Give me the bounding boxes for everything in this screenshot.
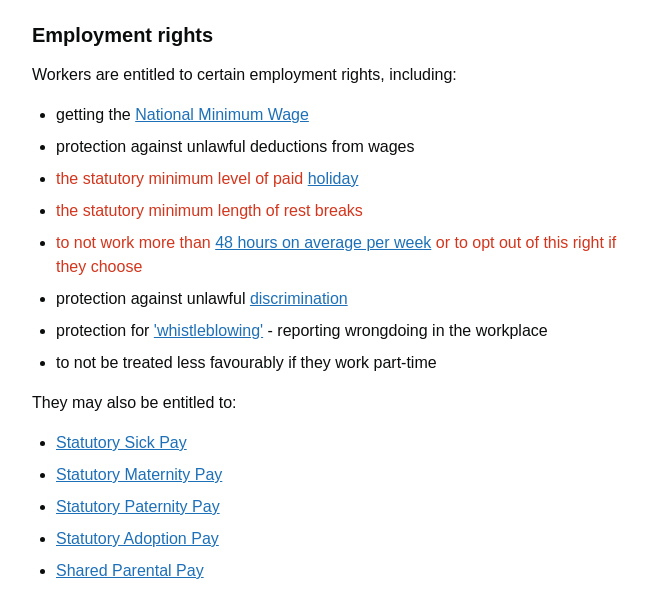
link-sick-pay[interactable]: Statutory Sick Pay [56,434,187,451]
rights-list: getting the National Minimum Wageprotect… [32,103,640,375]
link-discrimination[interactable]: discrimination [250,290,348,307]
list-item-nmw: getting the National Minimum Wage [56,103,640,127]
list-item-48hours: to not work more than 48 hours on averag… [56,231,640,279]
list-item-maternity-pay: Statutory Maternity Pay [56,463,640,487]
list-item-shared-parental-pay: Shared Parental Pay [56,559,640,583]
link-48hours[interactable]: 48 hours on average per week [215,234,431,251]
list-item-holiday: the statutory minimum level of paid holi… [56,167,640,191]
link-maternity-pay[interactable]: Statutory Maternity Pay [56,466,222,483]
link-nmw[interactable]: National Minimum Wage [135,106,309,123]
page-heading: Employment rights [32,24,640,47]
list-item-whistleblowing: protection for 'whistleblowing' - report… [56,319,640,343]
link-shared-parental-pay[interactable]: Shared Parental Pay [56,562,204,579]
list-item-discrimination: protection against unlawful discriminati… [56,287,640,311]
also-entitled-text: They may also be entitled to: [32,391,640,415]
link-adoption-pay[interactable]: Statutory Adoption Pay [56,530,219,547]
intro-text: Workers are entitled to certain employme… [32,63,640,87]
list-item-deductions: protection against unlawful deductions f… [56,135,640,159]
list-item-adoption-pay: Statutory Adoption Pay [56,527,640,551]
entitlements-list: Statutory Sick PayStatutory Maternity Pa… [32,431,640,583]
list-item-sick-pay: Statutory Sick Pay [56,431,640,455]
link-holiday[interactable]: holiday [308,170,359,187]
list-item-rest-breaks: the statutory minimum length of rest bre… [56,199,640,223]
list-item-part-time: to not be treated less favourably if the… [56,351,640,375]
link-paternity-pay[interactable]: Statutory Paternity Pay [56,498,220,515]
list-item-paternity-pay: Statutory Paternity Pay [56,495,640,519]
link-whistleblowing[interactable]: 'whistleblowing' [154,322,263,339]
